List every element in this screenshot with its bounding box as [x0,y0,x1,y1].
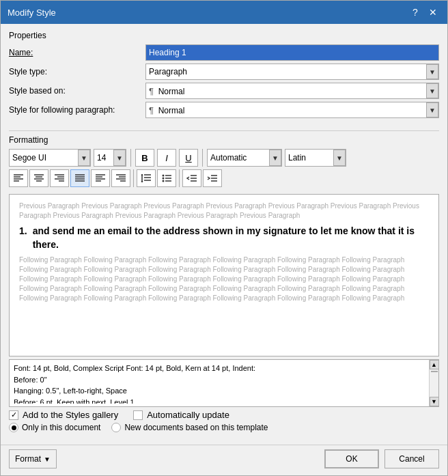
style-based-row: Style based on: ¶ Normal ▼ [9,83,439,99]
toolbar-sep-1 [130,149,131,167]
align-left2-icon [95,173,106,184]
indent-icon [207,173,218,184]
new-docs-label: New documents based on this template [124,423,268,432]
list-icon [161,173,172,184]
color-arrow: ▼ [269,150,281,166]
preview-main-content: and send me an email to the address show… [33,225,429,251]
style-based-select[interactable]: ¶ Normal ▼ [145,83,439,99]
add-gallery-checkbox[interactable] [9,410,18,420]
add-gallery-row: Add to the Styles gallery Automatically … [9,410,439,420]
language-value: Latin [288,153,306,163]
color-value: Automatic [210,153,247,163]
only-this-doc-radio[interactable] [9,423,18,432]
cancel-button[interactable]: Cancel [384,449,439,468]
font-value: Segoe UI [12,153,46,163]
style-type-row: Style type: Paragraph ▼ [9,64,439,80]
auto-update-checkbox[interactable] [133,410,143,420]
line-spacing-button[interactable] [137,169,156,187]
title-bar: Modify Style ? ✕ [1,1,447,24]
style-type-arrow: ▼ [426,64,438,79]
align-right-icon [54,173,65,184]
description-text: Font: 14 pt, Bold, Complex Script Font: … [14,363,434,404]
size-arrow: ▼ [113,150,126,166]
underline-button[interactable]: U [179,149,198,167]
dialog-footer: Format ▼ OK Cancel [1,445,447,475]
formatting-section: Formatting Segoe UI ▼ 14 ▼ B I U Automat… [9,135,439,190]
italic-button[interactable]: I [157,149,176,167]
ok-button[interactable]: OK [324,449,379,468]
properties-section: Properties Name: Heading 1 Style type: P… [9,31,439,121]
style-following-arrow: ▼ [426,102,438,117]
style-type-select[interactable]: Paragraph ▼ [145,64,439,80]
outdent-button[interactable] [182,169,201,187]
style-based-arrow: ▼ [426,83,438,98]
auto-update-label: Automatically update [147,410,229,420]
align-center-icon [33,173,44,184]
svg-point-29 [163,178,165,180]
description-scrollbar: ▲ ▼ [429,360,438,406]
format-arrow-icon: ▼ [44,456,51,463]
scroll-up-button[interactable]: ▲ [430,360,439,369]
color-select[interactable]: Automatic ▼ [207,149,282,167]
footer-left: Format ▼ [9,449,57,468]
auto-update-row: Automatically update [133,410,229,420]
line-spacing-icon [141,173,152,184]
indent-button[interactable] [203,169,222,187]
align-left2-button[interactable] [91,169,110,187]
style-based-value: ¶ Normal [149,86,184,96]
size-select[interactable]: 14 ▼ [94,149,126,167]
only-this-doc-item: Only in this document [9,423,100,432]
language-arrow: ▼ [333,150,346,166]
style-following-label: Style for following paragraph: [9,105,145,115]
style-following-row: Style for following paragraph: ¶ Normal … [9,102,439,118]
close-button[interactable]: ✕ [425,5,440,20]
font-select[interactable]: Segoe UI ▼ [9,149,91,167]
radio-row: Only in this document New documents base… [9,423,439,432]
only-this-doc-label: Only in this document [22,423,100,432]
name-input[interactable]: Heading 1 [145,44,439,61]
format-dropdown-button[interactable]: Format ▼ [9,449,57,468]
language-select[interactable]: Latin ▼ [285,149,346,167]
outdent-icon [186,173,197,184]
toolbar-sep-4 [179,169,180,187]
properties-label: Properties [9,31,439,40]
scroll-down-button[interactable]: ▼ [430,397,439,406]
following-paragraph-text: Following Paragraph Following Paragraph … [19,255,429,303]
divider-1 [9,130,439,131]
style-following-value: ¶ Normal [149,105,184,115]
style-following-select[interactable]: ¶ Normal ▼ [145,102,439,118]
scroll-thumb [431,371,438,372]
title-bar-buttons: ? ✕ [408,5,440,20]
main-preview-text: 1. and send me an email to the address s… [19,225,429,251]
svg-point-30 [163,180,165,182]
align-left-icon [13,173,24,184]
desc-line2: Before: 0" [14,376,47,384]
alignment-toolbar-row [9,169,439,187]
bottom-options: Add to the Styles gallery Automatically … [9,410,439,432]
desc-line4: Before: 6 pt, Keep with next, Level 1 [14,398,135,404]
align-justify-icon [74,173,85,184]
para-icon-2: ¶ [149,105,154,115]
align-justify-button[interactable] [70,169,89,187]
help-button[interactable]: ? [408,5,423,20]
previous-paragraph-text: Previous Paragraph Previous Paragraph Pr… [19,201,429,221]
desc-line1: Font: 14 pt, Bold, Complex Script Font: … [14,364,255,372]
bold-button[interactable]: B [135,149,154,167]
style-based-label: Style based on: [9,86,145,96]
preview-inner: Previous Paragraph Previous Paragraph Pr… [10,195,438,356]
align-right-button[interactable] [50,169,69,187]
align-left-button[interactable] [9,169,28,187]
font-arrow: ▼ [78,150,90,166]
format-label: Format [15,454,41,464]
toolbar-sep-3 [133,169,134,187]
dialog-body: Properties Name: Heading 1 Style type: P… [1,24,447,445]
list-button[interactable] [157,169,176,187]
modify-style-dialog: Modify Style ? ✕ Properties Name: Headin… [0,0,448,476]
name-row: Name: Heading 1 [9,44,439,61]
align-center-button[interactable] [29,169,48,187]
name-label: Name: [9,48,145,57]
align-right2-button[interactable] [111,169,130,187]
formatting-label: Formatting [9,135,439,145]
new-docs-radio[interactable] [111,423,121,432]
new-docs-item: New documents based on this template [111,423,268,432]
